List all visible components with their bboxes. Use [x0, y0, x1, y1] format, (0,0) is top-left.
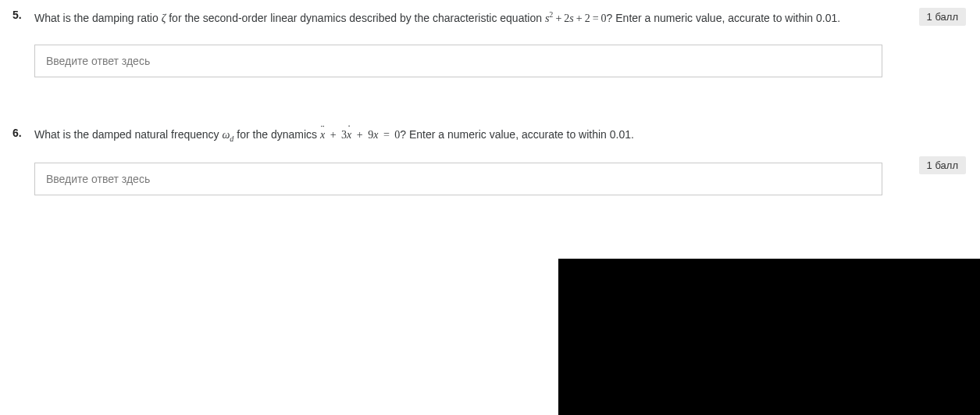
answer-input-q6[interactable]: [34, 163, 882, 195]
q6-equation: x + 3x + 9x = 0: [320, 129, 400, 141]
question-number: 5.: [12, 8, 34, 77]
question-5: 5. What is the damping ratio ζ for the s…: [0, 8, 980, 77]
q6-text-before: What is the damped natural frequency: [34, 128, 222, 141]
question-text: What is the damped natural frequency ωd …: [34, 126, 901, 145]
omega-d-symbol: ωd: [222, 129, 233, 141]
question-number: 6.: [12, 126, 34, 195]
black-overlay: [558, 259, 980, 415]
question-6: 6. What is the damped natural frequency …: [0, 126, 980, 195]
points-badge-q6: 1 балл: [919, 156, 966, 174]
q5-text-before: What is the damping ratio: [34, 12, 162, 24]
points-badge-q5: 1 балл: [919, 8, 966, 26]
question-body: What is the damping ratio ζ for the seco…: [34, 8, 968, 77]
q6-text-mid: for the dynamics: [233, 128, 320, 141]
answer-input-q5[interactable]: [34, 45, 882, 77]
question-text: What is the damping ratio ζ for the seco…: [34, 8, 901, 27]
question-body: What is the damped natural frequency ωd …: [34, 126, 968, 195]
q5-text-mid: for the second-order linear dynamics des…: [166, 12, 545, 24]
q6-text-after: ? Enter a numeric value, accurate to wit…: [400, 128, 634, 141]
q5-text-after: ? Enter a numeric value, accurate to wit…: [607, 12, 841, 24]
q5-equation: s2+2s+2=0: [545, 13, 607, 24]
